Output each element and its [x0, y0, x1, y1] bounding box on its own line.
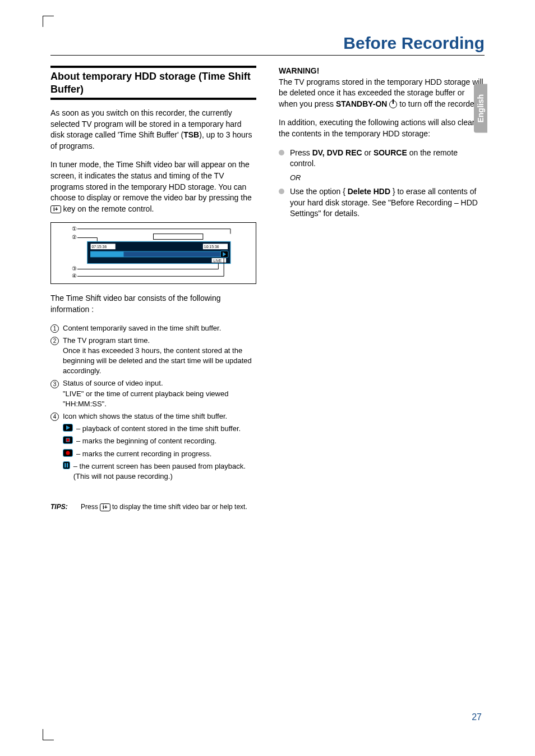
tsb-abbr: TSB: [183, 130, 199, 139]
language-tab: English: [474, 84, 487, 133]
legend-text: – marks the beginning of content recordi…: [76, 436, 216, 446]
left-column: About temporary HDD storage (Time Shift …: [50, 66, 256, 489]
content-columns: About temporary HDD storage (Time Shift …: [50, 66, 485, 489]
standby-on-label: STANDBY-ON: [336, 99, 388, 108]
svg-rect-28: [67, 463, 68, 468]
crop-mark-bottom: [43, 729, 54, 740]
legend-text: Status of source of video input. "LIVE" …: [63, 378, 256, 409]
bullet-text: Press DV, DVD REC or SOURCE on the remot…: [290, 148, 485, 169]
svg-rect-25: [66, 438, 70, 442]
legend-text: The TV program start time. Once it has e…: [63, 336, 256, 377]
warning-para-2: In addition, executing the following act…: [279, 117, 485, 139]
videobar-diagram: ① ② 07:15:36 10:15:36 LIVE: [50, 222, 256, 284]
bullet-1: Press DV, DVD REC or SOURCE on the remot…: [279, 148, 485, 169]
legend-text: Content temporarily saved in the time sh…: [63, 323, 221, 333]
power-icon: [389, 100, 397, 108]
tips-label: TIPS:: [50, 503, 68, 511]
paragraph-3: The Time Shift video bar consists of the…: [50, 293, 256, 315]
pause-icon: [63, 461, 70, 469]
warning-para-1: The TV programs stored in the temporary …: [279, 77, 485, 110]
right-column: WARNING! The TV programs stored in the t…: [279, 66, 485, 489]
bullet-dot-icon: [279, 189, 284, 194]
svg-text:10:15:36: 10:15:36: [204, 245, 219, 249]
page: English Before Recording About temporary…: [0, 0, 535, 756]
record-now-icon: [63, 449, 73, 457]
svg-text:LIVE: LIVE: [214, 259, 222, 263]
svg-rect-23: [154, 234, 203, 240]
legend-text: – playback of content stored in the time…: [76, 424, 241, 434]
text: In tuner mode, the Time Shift video bar …: [50, 160, 252, 202]
info-key-icon: i+: [100, 503, 110, 511]
svg-marker-24: [66, 425, 70, 430]
record-start-icon: [63, 436, 73, 444]
tips-text: Press: [81, 503, 100, 511]
svg-text:③: ③: [72, 266, 77, 272]
svg-text:①: ①: [72, 226, 77, 232]
page-title: Before Recording: [50, 34, 485, 53]
text: key on the remote control.: [61, 204, 154, 213]
page-number: 27: [472, 712, 482, 722]
legend-text: – the current screen has been paused fro…: [73, 461, 256, 482]
paragraph-1: As soon as you switch on this recorder, …: [50, 108, 256, 152]
bullet-dot-icon: [279, 150, 284, 155]
play-icon: [63, 424, 73, 432]
legend-text: Icon which shows the status of the time …: [63, 411, 227, 421]
svg-point-26: [66, 451, 70, 455]
svg-rect-27: [64, 463, 66, 468]
bullet-2: Use the option { Delete HDD } to erase a…: [279, 186, 485, 219]
legend-3: 3Status of source of video input. "LIVE"…: [50, 378, 256, 409]
legend-4: 4Icon which shows the status of the time…: [50, 411, 256, 421]
bullet-text: Use the option { Delete HDD } to erase a…: [290, 186, 485, 219]
svg-text:07:15:36: 07:15:36: [92, 245, 107, 249]
crop-mark-top: [43, 16, 54, 27]
legend-text: – marks the current recording in progres…: [76, 449, 211, 459]
section-title: About temporary HDD storage (Time Shift …: [50, 70, 256, 95]
info-key-icon: i+: [50, 205, 61, 213]
legend-icon-rec-now: – marks the current recording in progres…: [50, 449, 256, 459]
legend-icon-pause: – the current screen has been paused fro…: [50, 461, 256, 482]
text: to turn off the recorder.: [397, 99, 478, 108]
section-title-box: About temporary HDD storage (Time Shift …: [50, 66, 256, 100]
warning-title: WARNING!: [279, 66, 485, 77]
videobar-svg: ① ② 07:15:36 10:15:36 LIVE: [51, 223, 256, 283]
tips-footer: TIPS: Press i+ to display the time shift…: [50, 503, 485, 511]
legend-list: 1Content temporarily saved in the time s…: [50, 323, 256, 482]
legend-2: 2The TV program start time. Once it has …: [50, 336, 256, 377]
paragraph-2: In tuner mode, the Time Shift video bar …: [50, 159, 256, 214]
legend-icon-play: – playback of content stored in the time…: [50, 424, 256, 434]
svg-text:②: ②: [72, 235, 77, 241]
or-separator: OR: [290, 173, 485, 183]
legend-icon-rec-start: – marks the beginning of content recordi…: [50, 436, 256, 446]
svg-rect-12: [91, 251, 124, 257]
page-header: Before Recording: [50, 34, 485, 56]
legend-1: 1Content temporarily saved in the time s…: [50, 323, 256, 333]
svg-text:④: ④: [72, 273, 77, 280]
tips-text: to display the time shift video bar or h…: [110, 503, 247, 511]
